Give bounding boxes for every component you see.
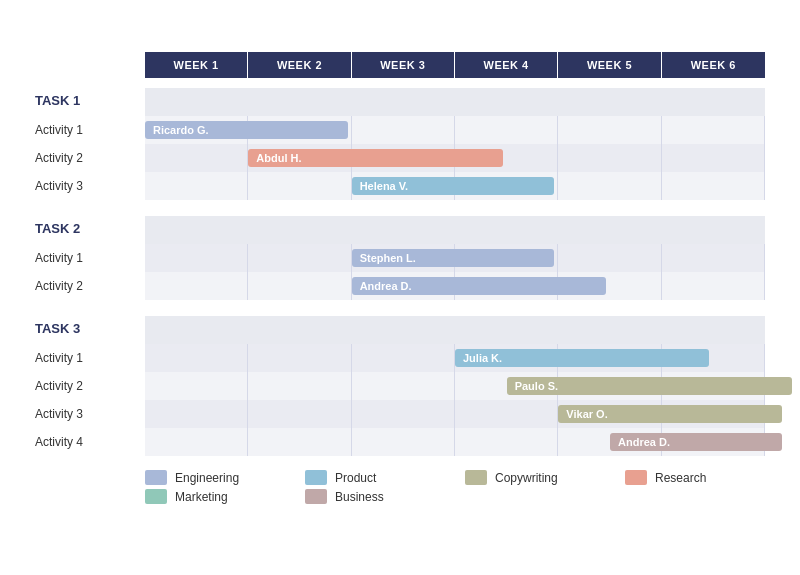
activity-label-t1-a1: Activity 1: [35, 116, 145, 144]
grid-cell-t2-a2-w1: [145, 272, 248, 300]
legend-item-1: Product: [305, 470, 435, 485]
grid-cell-t2-a2-w6: [662, 272, 765, 300]
grid-cell-t3-a4-w1: [145, 428, 248, 456]
grid-cell-t3-a1-w1: [145, 344, 248, 372]
legend-label-2: Copywriting: [495, 471, 558, 485]
grid-cell-t3-a2-w2: [248, 372, 351, 400]
legend-item-3: Research: [625, 470, 755, 485]
task-title-row-2: TASK 2: [35, 216, 765, 244]
grid-cell-t2-a1-w5: [558, 244, 661, 272]
task-name-2: TASK 2: [35, 216, 145, 244]
week-header-2: WEEK 2: [248, 52, 351, 78]
grid-cell-t1-a2-w1: [145, 144, 248, 172]
activity-label-t2-a2: Activity 2: [35, 272, 145, 300]
legend-color-3: [625, 470, 647, 485]
grid-cell-t2-a2-w2: [248, 272, 351, 300]
activity-label-t1-a2: Activity 2: [35, 144, 145, 172]
grid-cell-t1-a1-w3: [352, 116, 455, 144]
grid-cell-t1-a1-w4: [455, 116, 558, 144]
legend-item-2: Copywriting: [465, 470, 595, 485]
week-header-1: WEEK 1: [145, 52, 248, 78]
activity-row-t2-a2: Activity 2Andrea D.: [35, 272, 765, 300]
legend-label-0: Engineering: [175, 471, 239, 485]
grid-cell-t2-a1-w2: [248, 244, 351, 272]
grid-cell-t3-a4-w4: [455, 428, 558, 456]
week-header-5: WEEK 5: [558, 52, 661, 78]
grid-cell-t1-a2-w6: [662, 144, 765, 172]
legend-color-1: [305, 470, 327, 485]
gantt-chart: WEEK 1WEEK 2WEEK 3WEEK 4WEEK 5WEEK 6TASK…: [35, 52, 765, 456]
activity-label-t3-a4: Activity 4: [35, 428, 145, 456]
legend-item-4: Marketing: [145, 489, 275, 504]
grid-cell-t3-a2-w1: [145, 372, 248, 400]
week-header-6: WEEK 6: [662, 52, 765, 78]
grid-cell-t3-a4-w2: [248, 428, 351, 456]
activity-row-t3-a3: Activity 3Vikar O.: [35, 400, 765, 428]
bar-t1-a3: Helena V.: [352, 177, 555, 195]
bar-t2-a2: Andrea D.: [352, 277, 606, 295]
gantt-header-row: WEEK 1WEEK 2WEEK 3WEEK 4WEEK 5WEEK 6: [35, 52, 765, 78]
bar-t3-a4: Andrea D.: [610, 433, 782, 451]
grid-cell-t1-a3-w1: [145, 172, 248, 200]
activity-row-t2-a1: Activity 1Stephen L.: [35, 244, 765, 272]
bar-t3-a1: Julia K.: [455, 349, 709, 367]
activity-row-t1-a1: Activity 1Ricardo G.: [35, 116, 765, 144]
legend-item-5: Business: [305, 489, 435, 504]
legend: EngineeringProductCopywritingResearchMar…: [35, 470, 765, 504]
legend-color-4: [145, 489, 167, 504]
task-name-1: TASK 1: [35, 88, 145, 116]
grid-cell-t1-a1-w6: [662, 116, 765, 144]
grid-cell-t1-a1-w5: [558, 116, 661, 144]
grid-cell-t3-a3-w3: [352, 400, 455, 428]
legend-color-2: [465, 470, 487, 485]
grid-cell-t2-a1-w6: [662, 244, 765, 272]
grid-cell-t1-a3-w5: [558, 172, 661, 200]
week-header-3: WEEK 3: [352, 52, 455, 78]
grid-cell-t2-a1-w1: [145, 244, 248, 272]
activity-label-t3-a3: Activity 3: [35, 400, 145, 428]
grid-cell-t3-a3-w2: [248, 400, 351, 428]
legend-color-0: [145, 470, 167, 485]
grid-cell-t3-a1-w2: [248, 344, 351, 372]
legend-item-0: Engineering: [145, 470, 275, 485]
activity-label-t3-a1: Activity 1: [35, 344, 145, 372]
activity-row-t3-a4: Activity 4Andrea D.: [35, 428, 765, 456]
legend-label-4: Marketing: [175, 490, 228, 504]
activity-label-t3-a2: Activity 2: [35, 372, 145, 400]
bar-t3-a2: Paulo S.: [507, 377, 792, 395]
grid-cell-t3-a4-w3: [352, 428, 455, 456]
activity-row-t1-a2: Activity 2Abdul H.: [35, 144, 765, 172]
task-name-3: TASK 3: [35, 316, 145, 344]
task-title-row-3: TASK 3: [35, 316, 765, 344]
bar-t1-a2: Abdul H.: [248, 149, 502, 167]
grid-cell-t3-a3-w4: [455, 400, 558, 428]
grid-cell-t3-a2-w3: [352, 372, 455, 400]
activity-label-t1-a3: Activity 3: [35, 172, 145, 200]
grid-cell-t1-a3-w2: [248, 172, 351, 200]
bar-t3-a3: Vikar O.: [558, 405, 781, 423]
grid-cell-t1-a3-w6: [662, 172, 765, 200]
activity-row-t3-a1: Activity 1Julia K.: [35, 344, 765, 372]
bar-t1-a1: Ricardo G.: [145, 121, 348, 139]
activity-label-t2-a1: Activity 1: [35, 244, 145, 272]
activity-row-t3-a2: Activity 2Paulo S.: [35, 372, 765, 400]
legend-label-5: Business: [335, 490, 384, 504]
grid-cell-t1-a2-w5: [558, 144, 661, 172]
bar-t2-a1: Stephen L.: [352, 249, 555, 267]
grid-cell-t3-a1-w3: [352, 344, 455, 372]
week-header-4: WEEK 4: [455, 52, 558, 78]
legend-label-3: Research: [655, 471, 706, 485]
activity-row-t1-a3: Activity 3Helena V.: [35, 172, 765, 200]
legend-label-1: Product: [335, 471, 376, 485]
legend-color-5: [305, 489, 327, 504]
task-title-row-1: TASK 1: [35, 88, 765, 116]
grid-cell-t3-a3-w1: [145, 400, 248, 428]
